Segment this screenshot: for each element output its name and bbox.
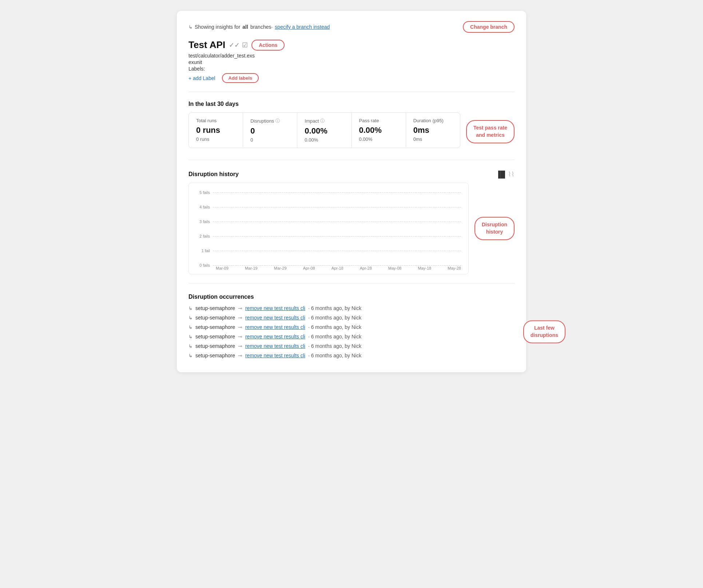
occurrence-item: ↳ setup-semaphore ⊸ remove new test resu… — [188, 343, 515, 349]
occ-branch-name-2: setup-semaphore — [195, 315, 235, 321]
banner-bold: all — [242, 24, 248, 30]
y-label-5fails: 5 fails — [196, 190, 213, 195]
grid-dash-5fails — [213, 192, 461, 193]
branch-icon: ↳ — [188, 24, 192, 30]
y-label-1fail: 1 fail — [196, 249, 213, 253]
divider-3 — [188, 283, 515, 283]
y-label-3fails: 3 fails — [196, 219, 213, 224]
grid-line-3fails: 3 fails — [196, 219, 461, 224]
page-title: Test API — [188, 39, 225, 51]
occ-branch-icon-4: ↳ — [188, 334, 192, 339]
y-label-2fails: 2 fails — [196, 234, 213, 238]
banner-text-middle: branches· — [250, 24, 273, 30]
stat-label-total-runs: Total runs — [196, 118, 235, 123]
disruption-chart-tooltip-container: Disruptionhistory — [474, 217, 515, 240]
occ-meta-2: · 6 months ago, by Nick — [308, 315, 361, 321]
grid-dash-3fails — [213, 222, 461, 222]
bar-chart-icon[interactable]: ▐█ — [496, 171, 505, 178]
occ-branch-name-5: setup-semaphore — [195, 343, 235, 349]
divider-2 — [188, 160, 515, 160]
labels-actions: + add Label Add labels — [188, 73, 515, 83]
chart-grid: 5 fails 4 fails 3 fails 2 fails — [196, 190, 461, 263]
occ-branch-icon-2: ↳ — [188, 315, 192, 321]
stats-tooltip-container: Test pass rateand metrics — [466, 112, 515, 151]
specify-branch-link[interactable]: specify a branch instead — [275, 24, 330, 30]
stat-sub-disruptions: 0 — [250, 137, 290, 143]
checkmarks-icon[interactable]: ✓✓ — [229, 41, 240, 49]
stat-duration: Duration (p95) 0ms 0ms — [406, 113, 460, 147]
stat-label-duration: Duration (p95) — [413, 118, 453, 123]
occ-meta-4: · 6 months ago, by Nick — [308, 334, 361, 339]
occ-meta-5: · 6 months ago, by Nick — [308, 343, 361, 349]
occ-sep-6: ⊸ — [238, 353, 242, 358]
chart-area: 5 fails 4 fails 3 fails 2 fails — [188, 183, 469, 274]
chart-with-tooltip: 5 fails 4 fails 3 fails 2 fails — [188, 183, 515, 274]
occ-branch-name-6: setup-semaphore — [195, 353, 235, 358]
chart-header: Disruption history ▐█ ⌇⌇ — [188, 170, 515, 178]
stat-sub-pass-rate: 0.00% — [359, 136, 398, 142]
main-card: ↳ Showing insights for all branches· spe… — [177, 11, 526, 372]
occurrences-title: Disruption occurrences — [188, 294, 515, 300]
grid-line-5fails: 5 fails — [196, 190, 461, 195]
divider-1 — [188, 92, 515, 92]
stat-main-duration: 0ms — [413, 126, 453, 135]
occ-sep-4: ⊸ — [238, 334, 242, 339]
grid-line-4fails: 4 fails — [196, 205, 461, 209]
add-labels-button[interactable]: Add labels — [222, 73, 259, 83]
grid-dash-1fail — [213, 251, 461, 251]
stat-main-disruptions: 0 — [250, 126, 290, 136]
grid-dash-4fails — [213, 207, 461, 207]
disruptions-info-icon[interactable]: ⓘ — [275, 118, 280, 124]
title-row: Test API ✓✓ ☑ Actions — [188, 39, 515, 51]
filepath: test/calculator/adder_test.exs — [188, 53, 515, 59]
stats-row: Total runs 0 runs 0 runs Disruptions ⓘ 0… — [188, 112, 460, 148]
stat-main-pass-rate: 0.00% — [359, 126, 398, 135]
occurrences-list: ↳ setup-semaphore ⊸ remove new test resu… — [188, 305, 515, 358]
chart-icons: ▐█ ⌇⌇ — [496, 170, 515, 178]
actions-button[interactable]: Actions — [251, 40, 285, 51]
occ-meta-1: · 6 months ago, by Nick — [308, 305, 361, 311]
occ-branch-name-1: setup-semaphore — [195, 305, 235, 311]
occurrence-item: ↳ setup-semaphore ⊸ remove new test resu… — [188, 315, 515, 321]
framework: exunit — [188, 59, 515, 65]
grid-line-1fail: 1 fail — [196, 249, 461, 253]
occ-branch-icon-1: ↳ — [188, 306, 192, 311]
grid-dash-0fails — [213, 265, 461, 266]
occ-sep-1: ⊸ — [238, 305, 242, 311]
title-icons: ✓✓ ☑ — [229, 41, 248, 49]
impact-info-icon[interactable]: ⓘ — [320, 118, 325, 124]
occ-branch-icon-6: ↳ — [188, 353, 192, 358]
stat-label-disruptions: Disruptions ⓘ — [250, 118, 290, 124]
occ-meta-3: · 6 months ago, by Nick — [308, 324, 361, 330]
occ-commit-link-2[interactable]: remove new test results cli — [245, 315, 305, 321]
stat-main-total-runs: 0 runs — [196, 126, 235, 135]
occ-meta-6: · 6 months ago, by Nick — [308, 353, 361, 358]
occ-commit-link-5[interactable]: remove new test results cli — [245, 343, 305, 349]
checkbox-icon[interactable]: ☑ — [242, 41, 248, 49]
occurrence-item: ↳ setup-semaphore ⊸ remove new test resu… — [188, 324, 515, 330]
line-chart-icon[interactable]: ⌇⌇ — [508, 170, 515, 178]
occ-commit-link-4[interactable]: remove new test results cli — [245, 334, 305, 339]
occ-sep-5: ⊸ — [238, 343, 242, 349]
disruption-chart-section: Disruption history ▐█ ⌇⌇ 5 fails 4 fails — [188, 170, 515, 274]
stat-label-impact: Impact ⓘ — [305, 118, 344, 124]
occ-branch-icon-3: ↳ — [188, 325, 192, 330]
occ-commit-link-6[interactable]: remove new test results cli — [245, 353, 305, 358]
change-branch-button[interactable]: Change branch — [463, 21, 515, 33]
stat-label-pass-rate: Pass rate — [359, 118, 398, 123]
stat-sub-duration: 0ms — [413, 136, 453, 142]
stat-pass-rate: Pass rate 0.00% 0.00% — [352, 113, 406, 147]
chart-title: Disruption history — [188, 171, 239, 178]
occurrence-item: ↳ setup-semaphore ⊸ remove new test resu… — [188, 353, 515, 358]
occ-commit-link-3[interactable]: remove new test results cli — [245, 324, 305, 330]
grid-dash-2fails — [213, 236, 461, 237]
test-pass-rate-tooltip: Test pass rateand metrics — [466, 120, 515, 143]
occurrences-tooltip-container: Last fewdisruptions — [523, 320, 565, 343]
disruption-history-tooltip: Disruptionhistory — [474, 217, 515, 240]
last-30-days-section: In the last 30 days Total runs 0 runs 0 … — [188, 101, 515, 151]
occ-sep-2: ⊸ — [238, 315, 242, 321]
add-label-link[interactable]: + add Label — [188, 75, 215, 81]
occ-commit-link-1[interactable]: remove new test results cli — [245, 305, 305, 311]
stat-disruptions: Disruptions ⓘ 0 0 — [243, 113, 297, 148]
occ-sep-3: ⊸ — [238, 324, 242, 330]
